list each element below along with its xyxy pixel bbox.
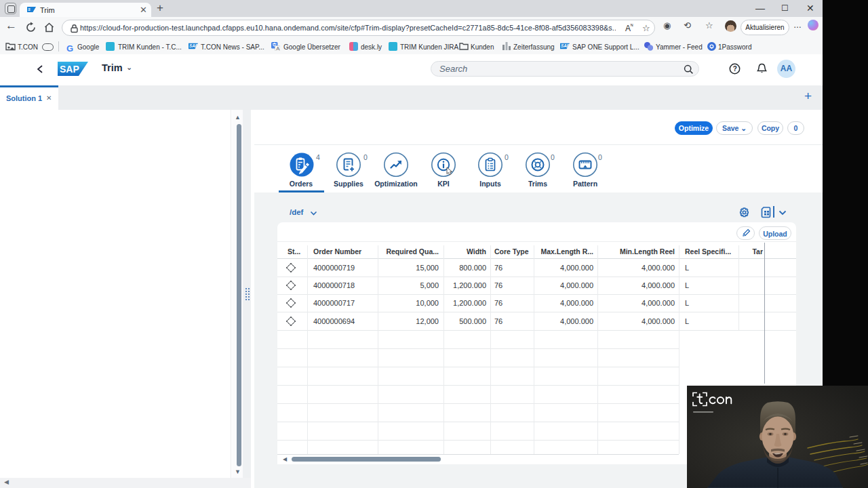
svg-text:S: S xyxy=(28,7,31,12)
svg-text:?: ? xyxy=(733,65,737,73)
svg-text:SAP: SAP xyxy=(60,64,79,75)
svg-text:SAP: SAP xyxy=(189,43,198,48)
svg-text:A: A xyxy=(276,45,279,51)
svg-text:SAP: SAP xyxy=(561,43,570,48)
